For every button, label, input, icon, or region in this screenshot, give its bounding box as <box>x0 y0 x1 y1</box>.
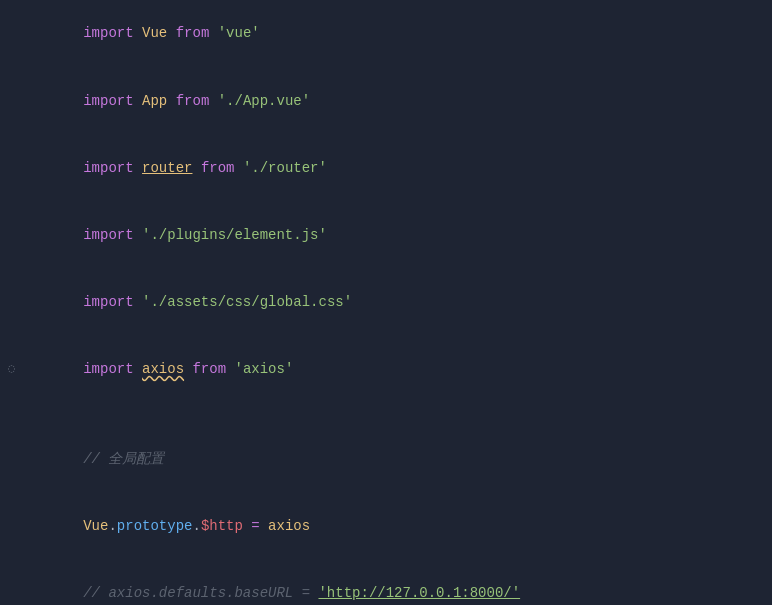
line-content-5: import './assets/css/global.css' <box>16 269 772 336</box>
line-content-8: // 全局配置 <box>16 425 772 492</box>
line-6: ◌ import axios from 'axios' <box>0 336 772 403</box>
line-content-6: import axios from 'axios' <box>16 336 772 403</box>
line-content-4: import './plugins/element.js' <box>16 202 772 269</box>
line-content-1: import Vue from 'vue' <box>16 0 772 67</box>
line-content-10: // axios.defaults.baseURL = 'http://127.… <box>16 560 772 605</box>
line-5: import './assets/css/global.css' <box>0 269 772 336</box>
line-8: // 全局配置 <box>0 425 772 492</box>
line-4: import './plugins/element.js' <box>0 202 772 269</box>
line-1: import Vue from 'vue' <box>0 0 772 67</box>
line-10: // axios.defaults.baseURL = 'http://127.… <box>0 560 772 605</box>
line-content-9: Vue.prototype.$http = axios <box>16 493 772 560</box>
line-content-7 <box>16 403 772 425</box>
line-2: import App from './App.vue' <box>0 67 772 134</box>
code-editor: import Vue from 'vue' import App from '.… <box>0 0 772 605</box>
line-7 <box>0 403 772 425</box>
line-3: import router from './router' <box>0 134 772 201</box>
code-block: import Vue from 'vue' import App from '.… <box>0 0 772 605</box>
line-9: Vue.prototype.$http = axios <box>0 493 772 560</box>
line-indicator-6: ◌ <box>8 360 16 379</box>
line-content-3: import router from './router' <box>16 134 772 201</box>
line-content-2: import App from './App.vue' <box>16 67 772 134</box>
